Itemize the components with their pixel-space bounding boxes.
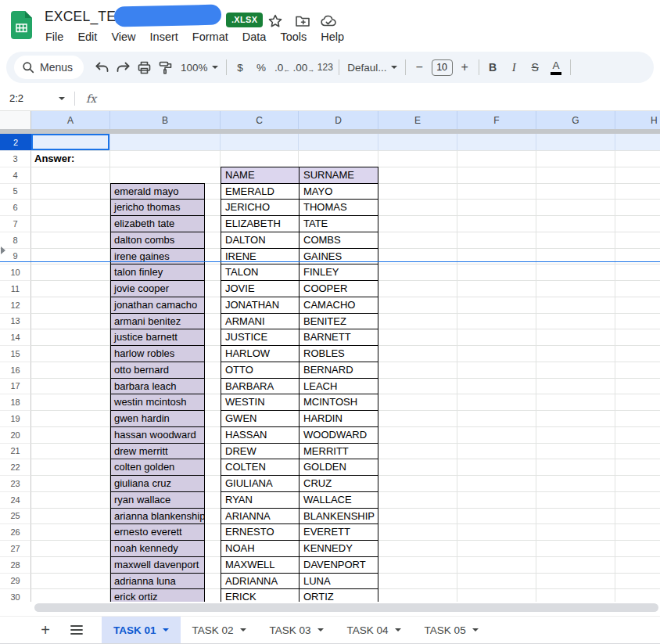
- cell-col-d[interactable]: SURNAME: [299, 167, 378, 183]
- cell-col-c[interactable]: EMERALD: [221, 183, 299, 200]
- zoom-control[interactable]: 100%: [176, 62, 223, 74]
- cell-col-e[interactable]: [378, 280, 457, 297]
- cell-col-b-gap[interactable]: [205, 523, 221, 540]
- cell-col-b[interactable]: maxwell davenport: [110, 556, 205, 573]
- name-box[interactable]: 2:2: [0, 92, 55, 104]
- cell-col-a[interactable]: [31, 297, 110, 313]
- row-header[interactable]: 24: [0, 491, 31, 508]
- cell-col-a[interactable]: [31, 264, 110, 280]
- column-header-h[interactable]: H: [615, 111, 660, 129]
- cell-col-d[interactable]: MERRITT: [299, 443, 378, 459]
- cell-col-h[interactable]: [615, 313, 660, 329]
- cell-col-g[interactable]: [536, 232, 615, 248]
- cell-col-h[interactable]: [615, 491, 660, 508]
- cell-col-f[interactable]: [457, 459, 536, 475]
- sheets-logo-icon[interactable]: [11, 11, 32, 39]
- cell-col-b[interactable]: talon finley: [110, 264, 205, 280]
- cell-col-a[interactable]: [31, 459, 110, 475]
- cell-col-a[interactable]: [31, 362, 110, 378]
- cell-col-c[interactable]: WESTIN: [221, 394, 299, 410]
- cell-col-a[interactable]: Answer:: [31, 150, 110, 167]
- menu-file[interactable]: File: [38, 29, 70, 45]
- cell-col-h[interactable]: [615, 264, 660, 280]
- cell-col-f[interactable]: [457, 183, 536, 200]
- cell-col-h[interactable]: [615, 426, 660, 443]
- cell-col-b-gap[interactable]: [205, 183, 221, 200]
- tab-task-05[interactable]: TASK 05: [413, 617, 490, 643]
- text-color-button[interactable]: A: [546, 56, 567, 78]
- column-header-d[interactable]: D: [299, 111, 378, 129]
- cell-col-a[interactable]: [31, 232, 110, 248]
- cell-col-c[interactable]: GWEN: [221, 410, 299, 426]
- cell-col-a[interactable]: [31, 556, 110, 573]
- cell-col-c[interactable]: ERNESTO: [221, 523, 299, 540]
- cell-col-g[interactable]: [536, 443, 615, 459]
- cell-col-g[interactable]: [536, 410, 615, 426]
- cell-col-e[interactable]: [378, 491, 457, 508]
- cell-col-e[interactable]: [378, 556, 457, 573]
- row-header[interactable]: 4: [0, 167, 31, 183]
- row-header[interactable]: 6: [0, 199, 31, 215]
- cell-col-e[interactable]: [378, 523, 457, 540]
- cell-col-b[interactable]: jericho thomas: [110, 199, 205, 215]
- cell-col-b-gap[interactable]: [205, 232, 221, 248]
- row-header[interactable]: 21: [0, 443, 31, 459]
- hidden-row-indicator-icon[interactable]: [1, 246, 5, 254]
- cell-col-c[interactable]: DALTON: [221, 232, 299, 248]
- tab-task-03[interactable]: TASK 03: [258, 617, 335, 643]
- cell-col-e[interactable]: [378, 410, 457, 426]
- all-sheets-menu-icon[interactable]: [61, 617, 92, 643]
- cell-col-a[interactable]: [31, 329, 110, 345]
- cell-col-h[interactable]: [615, 378, 660, 394]
- cell-col-a[interactable]: [31, 410, 110, 426]
- cell-col-c[interactable]: GIULIANA: [221, 475, 299, 491]
- cell-col-b-gap[interactable]: [205, 459, 221, 475]
- cell-col-b[interactable]: westin mcintosh: [110, 394, 205, 410]
- row-header[interactable]: 15: [0, 345, 31, 362]
- cell-col-f[interactable]: [457, 394, 536, 410]
- cell-col-d[interactable]: WOODWARD: [299, 426, 378, 443]
- cell-col-h[interactable]: [615, 215, 660, 232]
- cell-col-b[interactable]: justice barnett: [110, 329, 205, 345]
- cell-col-c[interactable]: COLTEN: [221, 459, 299, 475]
- cell-col-h[interactable]: [615, 150, 660, 167]
- paint-format-button[interactable]: [155, 56, 176, 78]
- cell-col-d[interactable]: ORTIZ: [299, 588, 378, 602]
- column-header-g[interactable]: G: [536, 111, 615, 129]
- cell-col-h[interactable]: [615, 297, 660, 313]
- cell-col-f[interactable]: [457, 215, 536, 232]
- cell-col-b[interactable]: otto bernard: [110, 362, 205, 378]
- cell-col-d[interactable]: MCINTOSH: [299, 394, 378, 410]
- cell-col-d[interactable]: GOLDEN: [299, 459, 378, 475]
- cell-col-e[interactable]: [378, 313, 457, 329]
- add-sheet-button[interactable]: +: [30, 617, 61, 643]
- cell-col-b[interactable]: elizabeth tate: [110, 215, 205, 232]
- row-header[interactable]: 19: [0, 410, 31, 426]
- cell-col-b[interactable]: jonathan camacho: [110, 297, 205, 313]
- cell-col-g[interactable]: [536, 573, 615, 589]
- row-header[interactable]: 29: [0, 573, 31, 589]
- cell-col-b[interactable]: emerald mayo: [110, 183, 205, 200]
- cell-col-d[interactable]: FINLEY: [299, 264, 378, 280]
- cell-col-d[interactable]: COOPER: [299, 280, 378, 297]
- row-header-2[interactable]: 2: [0, 134, 31, 150]
- cell-col-g[interactable]: [536, 215, 615, 232]
- cell-col-g[interactable]: [536, 264, 615, 280]
- cell-col-b[interactable]: colten golden: [110, 459, 205, 475]
- cell-col-e[interactable]: [378, 426, 457, 443]
- cell-col-d[interactable]: MAYO: [299, 183, 378, 200]
- cell-col-a[interactable]: [31, 508, 110, 524]
- cell-b2[interactable]: [110, 134, 221, 150]
- menu-help[interactable]: Help: [314, 29, 351, 45]
- cell-col-a[interactable]: [31, 523, 110, 540]
- cell-col-b[interactable]: dalton combs: [110, 232, 205, 248]
- cell-col-f[interactable]: [457, 523, 536, 540]
- cell-col-h[interactable]: [615, 459, 660, 475]
- cell-col-c[interactable]: ERICK: [221, 588, 299, 602]
- cell-col-a[interactable]: [31, 313, 110, 329]
- cell-col-a[interactable]: [31, 394, 110, 410]
- row-header[interactable]: 14: [0, 329, 31, 345]
- row-header[interactable]: 16: [0, 362, 31, 378]
- cell-col-e[interactable]: [378, 183, 457, 200]
- cell-col-g[interactable]: [536, 313, 615, 329]
